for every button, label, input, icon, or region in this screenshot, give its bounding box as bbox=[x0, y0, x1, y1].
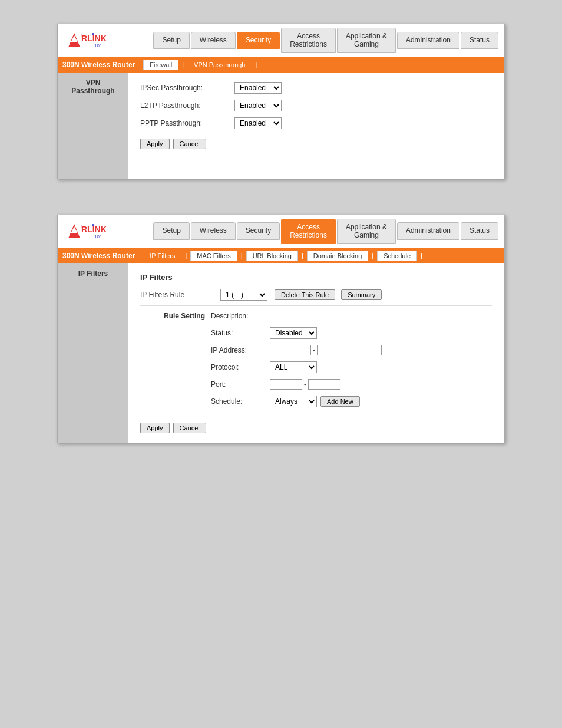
rule-select[interactable]: 1 (—) bbox=[220, 289, 267, 301]
panel-header: RLINK I 101 Setup Wireless Security Acce… bbox=[58, 24, 504, 57]
svg-text:101: 101 bbox=[94, 234, 103, 239]
schedule-select[interactable]: Always Custom bbox=[270, 396, 317, 407]
port-dash: - bbox=[304, 380, 306, 388]
schedule-row: Schedule: Always Custom Add New bbox=[211, 396, 492, 407]
sidebar-security: VPN Passthrough bbox=[58, 73, 128, 179]
l2tp-label: L2TP Passthrough: bbox=[140, 101, 234, 110]
svg-point-5 bbox=[92, 33, 94, 35]
sidebar-access: IP Filters bbox=[58, 263, 128, 443]
ip-from-input[interactable] bbox=[270, 345, 311, 355]
divider bbox=[140, 305, 492, 306]
sidebar-title-vpn: VPN Passthrough bbox=[64, 78, 123, 95]
sub-tab-domain-blocking[interactable]: Domain Blocking bbox=[307, 251, 369, 261]
l2tp-row: L2TP Passthrough: Enabled Disabled bbox=[140, 100, 492, 111]
sub-header-access: 300N Wireless Router IP Filters | MAC Fi… bbox=[58, 248, 504, 263]
logo2: RLINK I 101 bbox=[64, 219, 128, 243]
tab-access-restrictions[interactable]: AccessRestrictions bbox=[281, 28, 336, 53]
port-label: Port: bbox=[211, 380, 270, 388]
rule-fields: Description: Status: Disabled Enabled IP bbox=[211, 311, 492, 413]
airlink-logo-2: RLINK I 101 bbox=[64, 219, 117, 243]
nav-tabs-access: Setup Wireless Security AccessRestrictio… bbox=[128, 219, 498, 244]
sub-tab-schedule[interactable]: Schedule bbox=[377, 251, 417, 261]
main-content-vpn: IPSec Passthrough: Enabled Disabled L2TP… bbox=[128, 73, 504, 179]
rule-row: IP Filters Rule 1 (—) Delete This Rule S… bbox=[140, 289, 492, 301]
port-from-input[interactable] bbox=[270, 379, 302, 390]
schedule-label: Schedule: bbox=[211, 397, 270, 406]
router-panel-security: RLINK I 101 Setup Wireless Security Acce… bbox=[57, 24, 505, 179]
page-wrapper: RLINK I 101 Setup Wireless Security Acce… bbox=[0, 0, 562, 467]
status-label: Status: bbox=[211, 329, 270, 337]
tab-status[interactable]: Status bbox=[461, 32, 498, 50]
tab-setup[interactable]: Setup bbox=[153, 32, 189, 50]
description-label: Description: bbox=[211, 312, 270, 320]
tab2-application-gaming[interactable]: Application &Gaming bbox=[337, 219, 396, 244]
svg-text:I: I bbox=[81, 223, 82, 229]
protocol-select[interactable]: ALL TCP UDP ICMP bbox=[270, 361, 317, 373]
svg-text:I: I bbox=[81, 32, 82, 38]
ipsec-select[interactable]: Enabled Disabled bbox=[234, 82, 282, 94]
separator: | bbox=[182, 61, 184, 68]
tab-wireless[interactable]: Wireless bbox=[191, 32, 236, 50]
nav-tabs-security: Setup Wireless Security AccessRestrictio… bbox=[128, 28, 498, 53]
svg-point-11 bbox=[92, 224, 94, 226]
ip-filters-btn-row: Apply Cancel bbox=[140, 423, 492, 433]
sub-tab-ip-filters[interactable]: IP Filters bbox=[143, 251, 181, 261]
main-content-ip: IP Filters IP Filters Rule 1 (—) Delete … bbox=[128, 263, 504, 443]
ipsec-label: IPSec Passthrough: bbox=[140, 84, 234, 92]
router-panel-access: RLINK I 101 Setup Wireless Security Acce… bbox=[57, 215, 505, 443]
protocol-label: Protocol: bbox=[211, 363, 270, 371]
svg-marker-1 bbox=[71, 35, 78, 42]
pptp-select[interactable]: Enabled Disabled bbox=[234, 117, 282, 129]
tab-security[interactable]: Security bbox=[237, 32, 280, 50]
port-row: Port: - bbox=[211, 379, 492, 390]
status-select[interactable]: Disabled Enabled bbox=[270, 327, 317, 339]
svg-marker-7 bbox=[71, 226, 78, 233]
tab2-status[interactable]: Status bbox=[461, 222, 498, 240]
description-input[interactable] bbox=[270, 311, 340, 321]
ip-filters-title: IP Filters bbox=[140, 273, 492, 282]
summary-button[interactable]: Summary bbox=[341, 289, 382, 300]
status-row: Status: Disabled Enabled bbox=[211, 327, 492, 339]
tab2-security[interactable]: Security bbox=[237, 222, 280, 240]
ip-to-input[interactable] bbox=[317, 345, 382, 355]
separator2: | bbox=[255, 61, 257, 68]
sub-tab-url-blocking[interactable]: URL Blocking bbox=[246, 251, 298, 261]
delete-rule-button[interactable]: Delete This Rule bbox=[275, 289, 335, 300]
panel-content-security: VPN Passthrough IPSec Passthrough: Enabl… bbox=[58, 73, 504, 179]
ip-address-row: IP Address: - bbox=[211, 345, 492, 355]
protocol-row: Protocol: ALL TCP UDP ICMP bbox=[211, 361, 492, 373]
vpn-btn-row: Apply Cancel bbox=[140, 139, 492, 149]
rule-label: IP Filters Rule bbox=[140, 291, 217, 299]
ip-cancel-button[interactable]: Cancel bbox=[173, 423, 206, 433]
ip-dash: - bbox=[313, 346, 315, 354]
svg-text:101: 101 bbox=[94, 43, 103, 48]
l2tp-select[interactable]: Enabled Disabled bbox=[234, 100, 282, 111]
rule-setting-section: Rule Setting Description: Status: Disabl… bbox=[140, 311, 492, 413]
tab2-administration[interactable]: Administration bbox=[397, 222, 459, 240]
panel-header-access: RLINK I 101 Setup Wireless Security Acce… bbox=[58, 215, 504, 248]
pptp-row: PPTP Passthrough: Enabled Disabled bbox=[140, 117, 492, 129]
tab2-wireless[interactable]: Wireless bbox=[191, 222, 236, 240]
add-new-button[interactable]: Add New bbox=[320, 396, 360, 407]
sub-header-security: 300N Wireless Router Firewall | VPN Pass… bbox=[58, 57, 504, 73]
description-row: Description: bbox=[211, 311, 492, 321]
vpn-cancel-button[interactable]: Cancel bbox=[173, 139, 206, 149]
pptp-label: PPTP Passthrough: bbox=[140, 119, 234, 127]
logo: RLINK I 101 bbox=[64, 28, 128, 52]
tab-application-gaming[interactable]: Application &Gaming bbox=[337, 28, 396, 53]
tab2-setup[interactable]: Setup bbox=[153, 222, 189, 240]
ipsec-row: IPSec Passthrough: Enabled Disabled bbox=[140, 82, 492, 94]
router-title: 300N Wireless Router bbox=[62, 61, 140, 69]
airlink-logo: RLINK I 101 bbox=[64, 28, 117, 52]
vpn-apply-button[interactable]: Apply bbox=[140, 139, 170, 149]
port-to-input[interactable] bbox=[308, 379, 340, 390]
tab-administration[interactable]: Administration bbox=[397, 32, 459, 50]
sub-tab-vpn-passthrough[interactable]: VPN Passthrough bbox=[187, 60, 252, 70]
panel-content-access: IP Filters IP Filters IP Filters Rule 1 … bbox=[58, 263, 504, 443]
sub-tab-firewall[interactable]: Firewall bbox=[143, 60, 178, 70]
ip-address-label: IP Address: bbox=[211, 346, 270, 354]
ip-apply-button[interactable]: Apply bbox=[140, 423, 170, 433]
rule-setting-label: Rule Setting bbox=[140, 311, 205, 320]
tab2-access-restrictions[interactable]: AccessRestrictions bbox=[281, 219, 336, 244]
sub-tab-mac-filters[interactable]: MAC Filters bbox=[190, 251, 237, 261]
